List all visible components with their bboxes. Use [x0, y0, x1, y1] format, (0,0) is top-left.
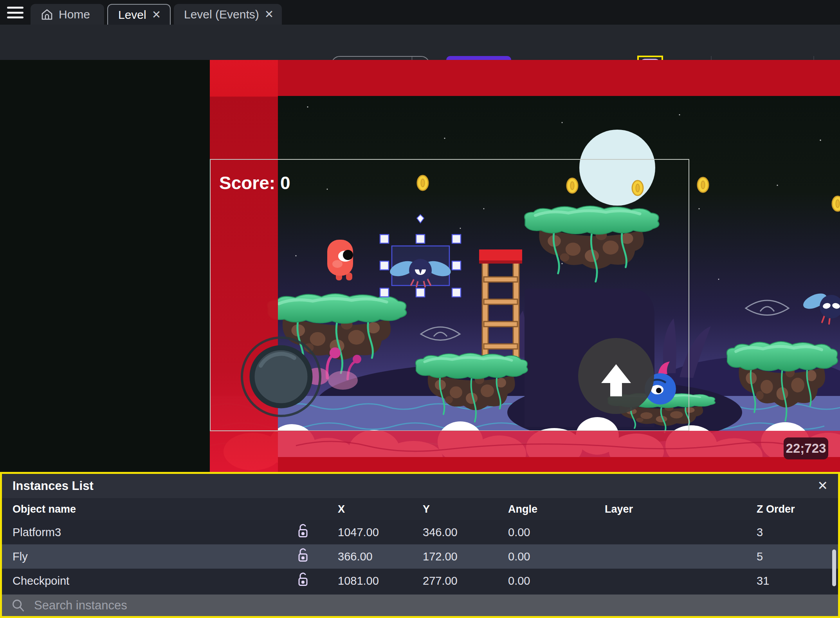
jump-button[interactable] [578, 338, 654, 414]
row-x[interactable]: 366.00 [338, 550, 373, 563]
canvas-outside-area[interactable] [0, 60, 210, 472]
row-x[interactable]: 1081.00 [338, 575, 379, 587]
joystick[interactable] [242, 338, 320, 416]
tab-level-events-close-icon[interactable]: ✕ [265, 9, 274, 20]
tab-home[interactable]: Home [31, 4, 104, 25]
col-layer[interactable]: Layer [605, 503, 633, 515]
tab-level-events[interactable]: Level (Events) ✕ [174, 4, 282, 25]
search-instances-input[interactable] [34, 598, 739, 613]
row-angle[interactable]: 0.00 [508, 575, 530, 587]
instances-panel-title: Instances List [13, 479, 94, 493]
instances-panel: Instances List ✕ Object name X Y Angle L… [0, 472, 840, 618]
table-row-fly-selected[interactable]: Fly 366.00 172.00 0.00 5 [2, 544, 838, 569]
tab-level-close-icon[interactable]: ✕ [152, 9, 161, 20]
score-text: Score: 0 [219, 173, 290, 193]
coin [417, 175, 428, 190]
instances-panel-titlebar: Instances List ✕ [2, 474, 838, 498]
coin [632, 181, 643, 195]
editor-toolbar: Preview Publish [0, 25, 840, 60]
row-z[interactable]: 31 [757, 575, 769, 587]
row-y[interactable]: 277.00 [423, 575, 458, 587]
unlock-icon[interactable] [296, 523, 310, 542]
panel-scrollbar[interactable] [832, 549, 836, 586]
col-angle[interactable]: Angle [508, 503, 537, 515]
red-overlay-bottom[interactable] [278, 431, 840, 472]
search-icon [11, 598, 25, 613]
tab-bar: Home Level ✕ Level (Events) ✕ [0, 0, 840, 25]
table-row-platform3[interactable]: Platform3 1047.00 346.00 0.00 3 [2, 520, 838, 544]
row-y[interactable]: 346.00 [423, 526, 458, 539]
coin [567, 178, 578, 193]
row-z[interactable]: 5 [757, 550, 763, 563]
moon[interactable] [579, 130, 655, 206]
row-name: Checkpoint [13, 575, 69, 587]
unlock-icon[interactable] [296, 572, 310, 590]
row-name: Platform3 [13, 526, 61, 539]
coin [698, 177, 708, 192]
row-angle[interactable]: 0.00 [508, 526, 530, 539]
coords-text: 22;723 [786, 441, 826, 455]
red-strip[interactable] [210, 60, 278, 472]
col-z-order[interactable]: Z Order [757, 503, 795, 515]
col-object-name[interactable]: Object name [13, 503, 76, 515]
tab-level-label: Level [118, 8, 146, 22]
row-y[interactable]: 172.00 [423, 550, 458, 563]
row-x[interactable]: 1047.00 [338, 526, 379, 539]
row-angle[interactable]: 0.00 [508, 550, 530, 563]
tab-home-label: Home [59, 8, 90, 21]
row-z[interactable]: 3 [757, 526, 763, 539]
menu-icon[interactable] [7, 7, 23, 18]
unlock-icon[interactable] [296, 548, 310, 566]
row-name: Fly [13, 550, 28, 563]
table-row-checkpoint[interactable]: Checkpoint 1081.00 277.00 0.00 31 [2, 569, 838, 593]
col-x[interactable]: X [338, 503, 345, 515]
coin [832, 196, 840, 211]
red-band-top[interactable] [278, 60, 840, 96]
tab-level-events-label: Level (Events) [184, 8, 259, 21]
col-y[interactable]: Y [423, 503, 430, 515]
scene-canvas[interactable]: Score: 0 [210, 60, 840, 472]
cursor-coords-badge: 22;723 [784, 437, 828, 459]
instances-search-bar [2, 595, 838, 616]
home-icon [41, 8, 53, 21]
instances-table-header: Object name X Y Angle Layer Z Order [2, 498, 838, 520]
panel-close-icon[interactable]: ✕ [817, 479, 828, 492]
tab-level[interactable]: Level ✕ [107, 4, 171, 25]
ladder-top-cap-shadow [479, 260, 522, 264]
